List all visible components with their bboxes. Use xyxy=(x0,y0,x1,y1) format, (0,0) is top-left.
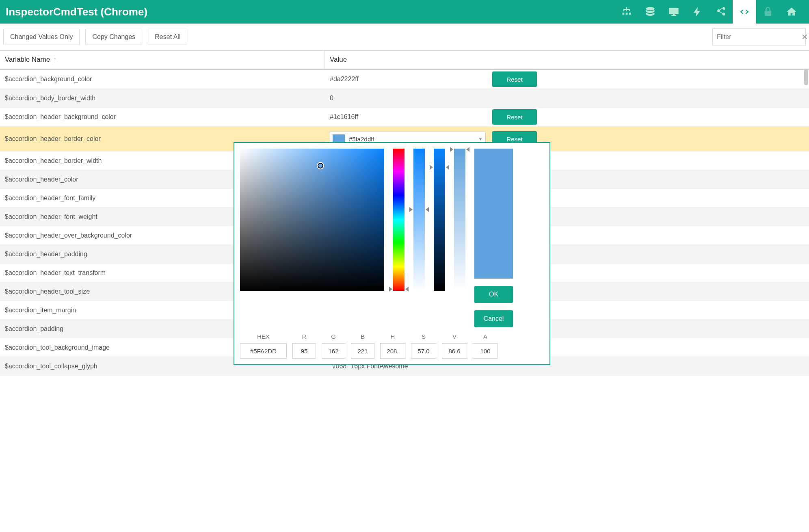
b-input[interactable] xyxy=(351,343,374,359)
reset-all-button[interactable]: Reset All xyxy=(148,29,187,45)
database-icon[interactable] xyxy=(638,0,662,24)
ok-button[interactable]: OK xyxy=(474,286,513,303)
s-label: S xyxy=(422,333,426,340)
changed-values-only-button[interactable]: Changed Values Only xyxy=(3,29,80,45)
b-label: B xyxy=(361,333,365,340)
color-value-input[interactable] xyxy=(349,136,474,143)
a-label: A xyxy=(483,333,487,340)
saturation-value-field[interactable] xyxy=(240,149,384,291)
lock-icon[interactable] xyxy=(756,0,780,24)
hue-slider[interactable] xyxy=(393,149,404,291)
reset-cell: Reset xyxy=(491,70,809,89)
saturation-slider[interactable] xyxy=(413,149,425,291)
variable-name-cell: $accordion_header_background_color xyxy=(0,108,325,126)
value-cell[interactable]: #1c1616ff xyxy=(325,108,491,126)
scrollbar-thumb[interactable] xyxy=(804,69,808,85)
sv-handle[interactable] xyxy=(318,163,323,169)
toolbar: Changed Values Only Copy Changes Reset A… xyxy=(0,24,809,50)
g-input[interactable] xyxy=(322,343,345,359)
r-label: R xyxy=(302,333,307,340)
h-input[interactable] xyxy=(380,343,405,359)
code-icon[interactable] xyxy=(733,0,756,24)
r-input[interactable] xyxy=(292,343,316,359)
h-label: H xyxy=(391,333,395,340)
grid-header: Variable Name ↑ Value xyxy=(0,51,809,70)
app-title: InspectorCmdTest (Chrome) xyxy=(6,6,615,18)
v-label: V xyxy=(452,333,456,340)
g-label: G xyxy=(331,333,336,340)
table-row[interactable]: $accordion_background_color#da2222ffRese… xyxy=(0,70,809,89)
reset-button[interactable]: Reset xyxy=(492,109,537,125)
reset-button[interactable]: Reset xyxy=(492,71,537,87)
variable-name-cell: $accordion_body_border_width xyxy=(0,89,325,107)
reset-cell xyxy=(491,89,809,107)
variable-name-cell: $accordion_background_color xyxy=(0,70,325,89)
v-input[interactable] xyxy=(442,343,467,359)
dropdown-icon[interactable]: ▼ xyxy=(478,136,483,142)
table-row[interactable]: $accordion_header_background_color#1c161… xyxy=(0,108,809,127)
bolt-icon[interactable] xyxy=(686,0,709,24)
column-reset xyxy=(491,51,809,69)
share-icon[interactable] xyxy=(709,0,733,24)
desktop-icon[interactable] xyxy=(662,0,686,24)
reset-cell: Reset xyxy=(491,108,809,126)
table-row[interactable]: $accordion_body_border_width0 xyxy=(0,89,809,108)
color-picker-popup: OK Cancel HEX R G B H S V A xyxy=(234,142,550,365)
s-input[interactable] xyxy=(411,343,436,359)
filter-input[interactable] xyxy=(717,33,798,41)
filter-box: ✕ xyxy=(712,28,806,45)
clear-filter-icon[interactable]: ✕ xyxy=(801,32,808,42)
copy-changes-button[interactable]: Copy Changes xyxy=(85,29,142,45)
app-header: InspectorCmdTest (Chrome) xyxy=(0,0,809,24)
value-cell[interactable]: #da2222ff xyxy=(325,70,491,89)
header-icon-bar xyxy=(615,0,803,24)
cancel-button[interactable]: Cancel xyxy=(474,310,513,327)
hex-input[interactable] xyxy=(240,343,287,359)
home-icon[interactable] xyxy=(780,0,803,24)
value-cell[interactable]: 0 xyxy=(325,89,491,107)
color-preview xyxy=(474,149,513,279)
sort-asc-icon: ↑ xyxy=(53,56,56,63)
hex-label: HEX xyxy=(257,333,270,340)
a-input[interactable] xyxy=(473,343,498,359)
column-variable-name[interactable]: Variable Name ↑ xyxy=(0,51,325,69)
column-value[interactable]: Value xyxy=(325,51,491,69)
value-slider[interactable] xyxy=(434,149,445,291)
sitemap-icon[interactable] xyxy=(615,0,638,24)
alpha-slider[interactable] xyxy=(454,149,465,291)
